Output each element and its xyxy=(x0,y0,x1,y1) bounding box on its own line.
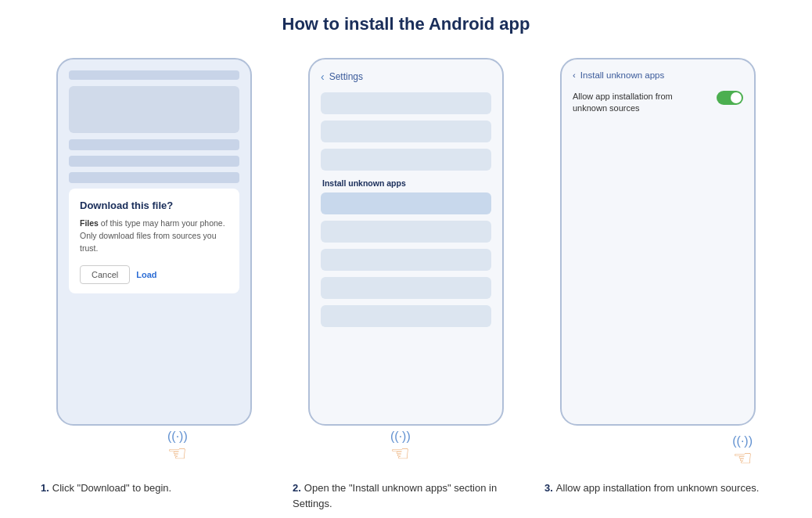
s3-header: ‹ Install unknown apps xyxy=(573,70,743,80)
phone-mockup-3: ‹ Install unknown apps Allow app install… xyxy=(560,58,756,426)
settings-label: Settings xyxy=(329,71,363,82)
page-title: How to install the Android app xyxy=(282,14,530,34)
step-2-number: 2. xyxy=(293,482,301,494)
list-row-7 xyxy=(321,277,491,299)
toggle-switch[interactable] xyxy=(717,91,743,105)
cancel-button[interactable]: Cancel xyxy=(80,265,130,284)
phone-image-placeholder xyxy=(69,86,239,133)
finger-cursor-1: ((·)) ☞ xyxy=(167,430,188,465)
install-unknown-header: Install unknown apps xyxy=(580,70,664,80)
step-3-caption: 3.Allow app installation from unknown so… xyxy=(544,480,771,496)
phone-top-bar-1 xyxy=(69,70,239,80)
step-1: Download this file? Files of this type m… xyxy=(41,58,268,511)
back-arrow-icon-3: ‹ xyxy=(573,70,576,80)
finger-cursor-2: ((·)) ☞ xyxy=(390,430,411,465)
step-3: ‹ Install unknown apps Allow app install… xyxy=(544,58,771,511)
toggle-row: Allow app installation from unknown sour… xyxy=(573,91,743,115)
phone-content-block-2 xyxy=(69,156,239,167)
phone-content-block-1 xyxy=(69,139,239,150)
list-row-1 xyxy=(321,92,491,114)
list-row-5 xyxy=(321,221,491,243)
list-row-3 xyxy=(321,149,491,171)
step-2-text: Open the "Install unknown apps" section … xyxy=(293,482,497,509)
dialog-body-highlight: Files xyxy=(80,218,99,228)
step-1-number: 1. xyxy=(41,482,49,494)
phone-mockup-1: Download this file? Files of this type m… xyxy=(56,58,252,426)
load-button[interactable]: Load xyxy=(136,266,156,283)
step-3-text: Allow app installation from unknown sour… xyxy=(556,482,759,494)
back-arrow-icon: ‹ xyxy=(321,70,325,83)
list-row-2 xyxy=(321,121,491,142)
hand-glyph-2: ☞ xyxy=(390,443,410,465)
step-1-caption: 1.Click "Download" to begin. xyxy=(41,480,268,496)
dialog-title: Download this file? xyxy=(80,200,228,211)
install-label-bold: Install xyxy=(322,178,346,188)
phone-mockup-2: ‹ Settings Install unknown apps ( xyxy=(308,58,504,426)
install-label-rest: unknown apps xyxy=(346,178,405,188)
hand-glyph-1: ☞ xyxy=(167,443,187,465)
install-highlighted-row xyxy=(321,192,491,214)
step-2: ‹ Settings Install unknown apps ( xyxy=(293,58,519,511)
phone-content-block-3 xyxy=(69,172,239,183)
step-2-caption: 2.Open the "Install unknown apps" sectio… xyxy=(293,480,519,511)
download-dialog: Download this file? Files of this type m… xyxy=(69,189,239,293)
finger-cursor-3: ((·)) ☞ xyxy=(732,435,753,469)
settings-header: ‹ Settings xyxy=(321,70,491,83)
hand-glyph-3: ☞ xyxy=(733,448,753,469)
list-row-8 xyxy=(321,305,491,327)
dialog-buttons: Cancel Load xyxy=(80,265,228,284)
install-unknown-apps-label: Install unknown apps xyxy=(322,178,491,188)
dialog-body: Files of this type may harm your phone. … xyxy=(80,218,228,254)
toggle-label-text: Allow app installation from unknown sour… xyxy=(573,91,690,115)
list-row-6 xyxy=(321,249,491,271)
steps-container: Download this file? Files of this type m… xyxy=(16,58,796,511)
step-1-text: Click "Download" to begin. xyxy=(52,482,171,494)
step-3-number: 3. xyxy=(544,482,553,494)
